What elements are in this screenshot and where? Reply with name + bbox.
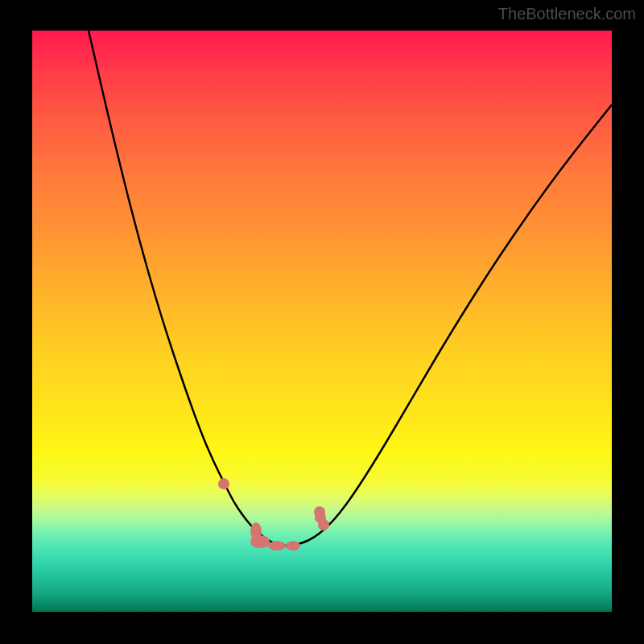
marker-blob (268, 541, 286, 551)
bottleneck-curve (89, 31, 612, 546)
watermark-text: TheBottleneck.com (498, 5, 636, 23)
chart-svg (32, 31, 612, 612)
marker-blob (250, 535, 270, 548)
marker-dot (218, 478, 229, 489)
marker-blob (286, 541, 300, 551)
chart-plot-area (32, 31, 612, 612)
marker-dot (318, 519, 329, 530)
highlight-markers (218, 478, 329, 551)
